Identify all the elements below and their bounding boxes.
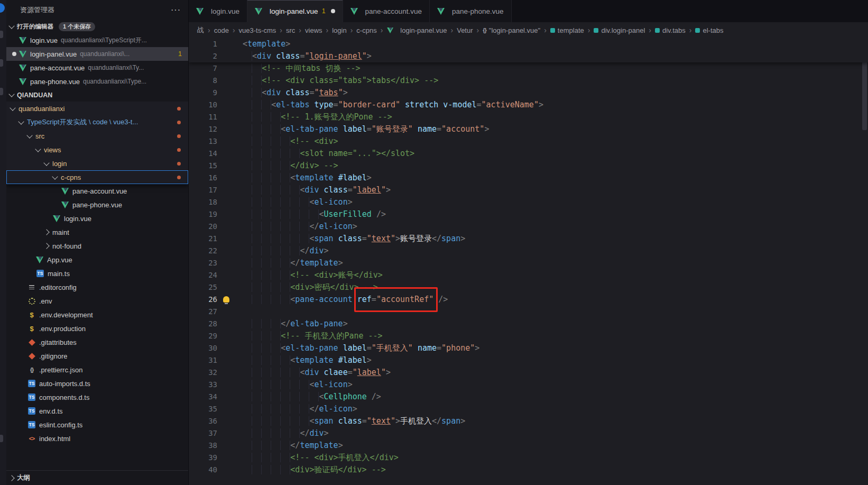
code-line[interactable]: 18 <el-icon>	[189, 196, 868, 208]
tree-item-pane-phone.vue[interactable]: pane-phone.vue	[6, 198, 188, 212]
open-editor-item[interactable]: pane-phone.vuequanduanlianxi\Type...	[6, 75, 188, 88]
breadcrumb-item[interactable]: {}"login-panel.vue"	[483, 26, 540, 34]
breadcrumb-item[interactable]: login-panel.vue	[386, 26, 447, 34]
code-editor[interactable]: 1<template>2 <div class="login-panel"> 7…	[189, 38, 868, 485]
tree-item-index.html[interactable]: <>index.html	[6, 432, 188, 445]
tree-item-eslint.config.ts[interactable]: TSeslint.config.ts	[6, 418, 188, 432]
tree-item-TypeScript-code-vue3-t...[interactable]: TypeScript开发实战 \ code \ vue3-t...	[6, 115, 188, 129]
code-line[interactable]: 1<template>	[189, 38, 868, 50]
tree-item-c-cpns[interactable]: c-cpns	[6, 170, 188, 184]
tab-label: pane-account.vue	[365, 7, 422, 15]
vue-file-icon	[437, 8, 445, 15]
open-editor-item[interactable]: login.vuequanduanlianxi\TypeScript开...	[6, 33, 188, 47]
code-line[interactable]: 16 <template #label>	[189, 172, 868, 184]
code-line[interactable]: 7 <!-- 中间tabs 切换 -->	[189, 62, 868, 75]
tree-item-src[interactable]: src	[6, 129, 188, 143]
breadcrumb-item[interactable]: template	[550, 26, 584, 34]
activity-bar-icon-partial[interactable]	[0, 88, 3, 95]
breadcrumb-item[interactable]: views	[305, 26, 322, 34]
code-line[interactable]: 22 </div>	[189, 245, 868, 257]
code-line[interactable]: 29 <!-- 手机登入的Pane -->	[189, 330, 868, 342]
activity-bar-icon-partial[interactable]	[0, 435, 3, 442]
activity-bar-icon-partial[interactable]	[0, 31, 3, 38]
breadcrumb-item[interactable]: el-tabs	[695, 26, 723, 34]
tree-item-maint[interactable]: maint	[6, 225, 188, 239]
breadcrumb-item[interactable]: Vetur	[457, 26, 473, 34]
tree-item-env.d.ts[interactable]: TSenv.d.ts	[6, 404, 188, 418]
code-line[interactable]: 12 <el-tab-pane label="账号登录" name="accou…	[189, 123, 868, 135]
tree-item-label: pane-phone.vue	[72, 201, 122, 209]
tree-item-App.vue[interactable]: App.vue	[6, 253, 188, 267]
tree-item-auto-imports.d.ts[interactable]: TSauto-imports.d.ts	[6, 377, 188, 390]
tree-item-.prettierrc.json[interactable]: {}.prettierrc.json	[6, 363, 188, 377]
activity-bar-icon-partial[interactable]	[0, 59, 3, 67]
code-line[interactable]: 10 <el-tabs type="border-card" stretch v…	[189, 99, 868, 111]
breadcrumb-item[interactable]: 战	[197, 25, 204, 35]
open-editor-item[interactable]: login-panel.vuequanduanlianxi\...1	[6, 47, 188, 61]
more-actions-icon[interactable]: ···	[171, 5, 181, 15]
code-line[interactable]: 20 </el-icon>	[189, 221, 868, 233]
breadcrumb-item[interactable]: div.tabs	[655, 26, 686, 34]
tab-label: pane-phone.vue	[452, 7, 504, 15]
code-line[interactable]: 37 </div>	[189, 427, 868, 440]
code-line[interactable]: 19 <UserFilled />	[189, 208, 868, 221]
code-line[interactable]: 28 </el-tab-pane>	[189, 318, 868, 330]
code-line[interactable]: 2 <div class="login-panel">	[189, 50, 868, 62]
tree-item-views[interactable]: views	[6, 143, 188, 157]
code-line[interactable]: 27	[189, 306, 868, 318]
tab-pane-account.vue[interactable]: pane-account.vue	[343, 0, 430, 22]
code-line[interactable]: 25 <div>密码</div> -->	[189, 281, 868, 294]
tab-login-panel.vue[interactable]: login-panel.vue1	[247, 0, 343, 22]
breadcrumb-item[interactable]: login	[332, 26, 346, 34]
open-editor-item[interactable]: pane-account.vuequanduanlianxi\Ty...	[6, 61, 188, 75]
tree-item-components.d.ts[interactable]: TScomponents.d.ts	[6, 390, 188, 404]
breadcrumb-item[interactable]: div.login-panel	[594, 26, 645, 34]
code-line[interactable]: 14 <slot name="..."></slot>	[189, 148, 868, 160]
breadcrumb-item[interactable]: c-cpns	[356, 26, 376, 34]
code-line[interactable]: 35 </el-icon>	[189, 403, 868, 415]
code-line[interactable]: 38 </template>	[189, 440, 868, 452]
code-line[interactable]: 26 <pane-account ref="accountRef" />	[189, 294, 868, 306]
tree-item-main.ts[interactable]: TSmain.ts	[6, 267, 188, 280]
outline-section-header[interactable]: 大纲	[6, 470, 188, 485]
tree-item-.editorconfig[interactable]: .editorconfig	[6, 280, 188, 294]
code-line[interactable]: 9 <div class="tabs">	[189, 87, 868, 99]
tree-item-login[interactable]: login	[6, 157, 188, 170]
open-editor-path: quanduanlianxi\Type...	[83, 78, 146, 85]
code-line[interactable]: 39 <!-- <div>手机登入</div>	[189, 452, 868, 464]
tree-item-not-found[interactable]: not-found	[6, 239, 188, 253]
code-line[interactable]: 11 <!-- 1.账号登入的Pone -->	[189, 111, 868, 123]
tab-pane-phone.vue[interactable]: pane-phone.vue	[430, 0, 512, 22]
open-editors-header[interactable]: 打开的编辑器 1 个未保存	[6, 20, 188, 33]
tree-item-.gitattributes[interactable]: .gitattributes	[6, 335, 188, 349]
code-line[interactable]: 24 <!-- <div>账号</div>	[189, 269, 868, 281]
code-line[interactable]: 40 <div>验证码</div> -->	[189, 464, 868, 476]
code-line[interactable]: 23 </template>	[189, 257, 868, 269]
code-line[interactable]: 13 <!-- <div>	[189, 135, 868, 148]
code-line[interactable]: 33 <el-icon>	[189, 379, 868, 391]
tree-item-.gitignore[interactable]: .gitignore	[6, 349, 188, 363]
tree-item-login.vue[interactable]: login.vue	[6, 212, 188, 225]
code-line[interactable]: 21 <span class="text">账号登录</span>	[189, 233, 868, 245]
tab-login.vue[interactable]: login.vue	[189, 0, 247, 22]
code-line[interactable]: 30 <el-tab-pane label="手机登入" name="phone…	[189, 342, 868, 354]
tree-item-.env.production[interactable]: $.env.production	[6, 322, 188, 335]
code-line[interactable]: 8 <!-- <div class="tabs">tabs</div> -->	[189, 75, 868, 87]
tree-item-.env[interactable]: .env	[6, 294, 188, 308]
code-line[interactable]: 32 <div claee="label">	[189, 367, 868, 379]
tree-item-.env.development[interactable]: $.env.development	[6, 308, 188, 322]
project-section-header[interactable]: QIANDUAN	[6, 88, 188, 102]
code-line[interactable]: 34 <Cellphone />	[189, 391, 868, 403]
tree-item-label: .gitignore	[39, 352, 67, 360]
lightbulb-icon[interactable]	[223, 296, 229, 303]
code-line[interactable]: 15 </div> -->	[189, 160, 868, 172]
code-line[interactable]: 36 <span class="text">手机登入</span>	[189, 415, 868, 427]
tree-item-quanduanlianxi[interactable]: quanduanlianxi	[6, 102, 188, 115]
code-line[interactable]: 17 <div class="label">	[189, 184, 868, 196]
code-line[interactable]: 31 <template #label>	[189, 354, 868, 367]
breadcrumb-item[interactable]: code	[214, 26, 229, 34]
activity-bar-icon-partial[interactable]	[0, 3, 5, 13]
tree-item-pane-account.vue[interactable]: pane-account.vue	[6, 184, 188, 198]
breadcrumb-item[interactable]: vue3-ts-cms	[239, 26, 276, 34]
breadcrumb-item[interactable]: src	[286, 26, 295, 34]
